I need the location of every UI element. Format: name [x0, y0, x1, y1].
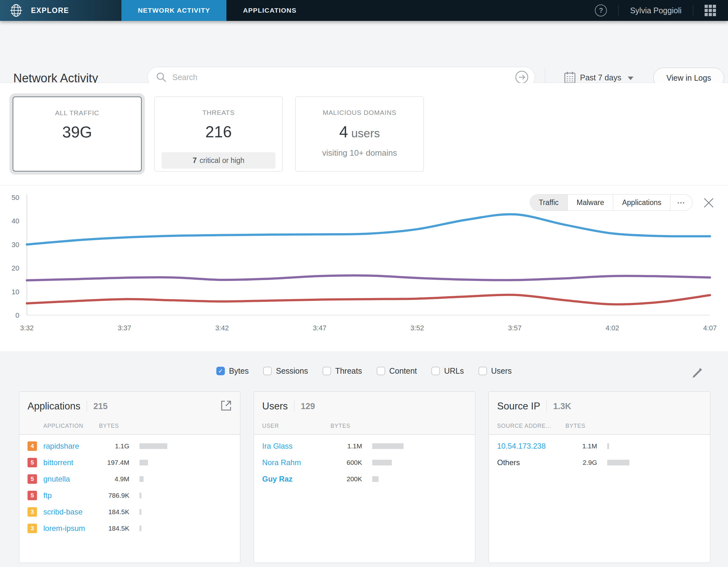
- bytes-value: 4.9M: [99, 475, 129, 483]
- bytes-value: 786.9K: [99, 492, 129, 499]
- breakdown-panels: Applications 215 APPLICATION BYTES 4rapi…: [19, 391, 710, 563]
- svg-text:40: 40: [12, 217, 19, 225]
- search-submit-icon[interactable]: [515, 71, 528, 84]
- checkbox-unchecked[interactable]: [478, 367, 487, 375]
- close-icon[interactable]: [703, 197, 714, 208]
- row-link[interactable]: gnutella: [43, 475, 94, 484]
- row-link[interactable]: scribd-base: [43, 508, 94, 516]
- toggle-applications[interactable]: Applications: [613, 194, 670, 210]
- row-label: Others: [497, 458, 560, 467]
- bytes-value: 184.5K: [99, 508, 129, 516]
- bytes-value: 184.5K: [99, 525, 129, 532]
- filter-checkbox-sessions[interactable]: Sessions: [263, 367, 308, 376]
- row-link[interactable]: 10.54.173.238: [497, 442, 560, 451]
- column-header: SOURCE ADDRE...: [497, 423, 560, 429]
- card-all-traffic[interactable]: ALL TRAFFIC 39G: [13, 96, 142, 171]
- bytes-value: 2.9G: [565, 459, 597, 466]
- chart-line-blue-line: [27, 214, 710, 244]
- toggle-malware[interactable]: Malware: [568, 194, 613, 210]
- svg-text:3:42: 3:42: [215, 324, 229, 332]
- card-subtext: visiting 10+ domains: [296, 148, 423, 158]
- svg-text:3:32: 3:32: [20, 324, 34, 332]
- table-row: 5gnutella4.9M: [28, 471, 232, 487]
- filter-label: Bytes: [229, 367, 249, 376]
- filter-label: Threats: [335, 367, 362, 376]
- svg-text:3:47: 3:47: [313, 324, 326, 332]
- card-label: MALICIOUS DOMAINS: [296, 109, 423, 116]
- panel-count: 215: [93, 402, 108, 411]
- bytes-value: 197.4M: [99, 459, 129, 466]
- filter-checkbox-bytes[interactable]: ✓Bytes: [216, 367, 249, 376]
- chart-mode-toggle: Traffic Malware Applications •••: [530, 194, 693, 211]
- filter-row: ✓BytesSessionsThreatsContentURLsUsers: [0, 351, 728, 376]
- bottom-section: ✓BytesSessionsThreatsContentURLsUsers Ap…: [0, 351, 728, 567]
- row-link[interactable]: ftp: [43, 491, 94, 500]
- chart-line-red-line: [27, 295, 710, 305]
- search-icon: [156, 72, 167, 83]
- svg-text:4:07: 4:07: [703, 324, 717, 332]
- export-icon[interactable]: [220, 400, 232, 411]
- explore-menu[interactable]: EXPLORE: [0, 0, 121, 21]
- row-link[interactable]: Nora Rahm: [262, 458, 325, 467]
- filter-checkbox-threats[interactable]: Threats: [323, 367, 362, 376]
- toggle-more-icon[interactable]: •••: [670, 194, 692, 210]
- table-row: 3scribd-base184.5K: [28, 504, 232, 520]
- filter-label: Content: [389, 367, 417, 376]
- table-body: 10.54.173.2381.1MOthers2.9G: [489, 435, 710, 474]
- card-malicious-domains[interactable]: MALICIOUS DOMAINS 4 users visiting 10+ d…: [295, 96, 424, 171]
- table-body: 4rapidshare1.1G5bittorrent197.4M5gnutell…: [19, 435, 240, 540]
- card-label: THREATS: [155, 109, 282, 116]
- nav-divider: [693, 5, 693, 16]
- svg-text:3:37: 3:37: [118, 324, 131, 332]
- row-link[interactable]: bittorrent: [43, 458, 94, 467]
- risk-badge: 5: [28, 491, 37, 500]
- apps-grid-icon[interactable]: [705, 5, 716, 16]
- table-row: 5bittorrent197.4M: [28, 454, 232, 471]
- column-header: BYTES: [330, 423, 362, 429]
- table-body: Ira Glass1.1MNora Rahm600KGuy Raz200K: [254, 435, 475, 490]
- filter-checkbox-urls[interactable]: URLs: [431, 367, 464, 376]
- explore-label: EXPLORE: [31, 6, 69, 15]
- chart-line-purple-line: [27, 275, 710, 280]
- bytes-bar: [139, 476, 144, 482]
- checkbox-unchecked[interactable]: [377, 367, 385, 375]
- column-header: APPLICATION: [43, 423, 94, 429]
- row-link[interactable]: rapidshare: [43, 442, 94, 451]
- filter-checkbox-users[interactable]: Users: [478, 367, 512, 376]
- bytes-bar: [372, 476, 379, 482]
- panel-applications: Applications 215 APPLICATION BYTES 4rapi…: [19, 391, 240, 563]
- top-nav: EXPLORE NETWORK ACTIVITY APPLICATIONS ? …: [0, 0, 728, 21]
- checkbox-unchecked[interactable]: [323, 367, 331, 375]
- panel-users: Users 129 USER BYTES Ira Glass1.1MNora R…: [254, 391, 475, 563]
- risk-badge: 4: [28, 441, 37, 451]
- date-range-label: Past 7 days: [580, 73, 621, 82]
- row-link[interactable]: Guy Raz: [262, 475, 325, 484]
- search-input[interactable]: [172, 73, 515, 82]
- filter-label: Sessions: [276, 367, 308, 376]
- row-link[interactable]: Ira Glass: [262, 442, 325, 451]
- help-icon[interactable]: ?: [595, 4, 607, 16]
- checkbox-unchecked[interactable]: [431, 367, 440, 375]
- bytes-bar: [607, 443, 609, 449]
- user-name[interactable]: Sylvia Poggioli: [630, 6, 682, 15]
- bytes-bar: [372, 443, 404, 449]
- date-range-selector[interactable]: Past 7 days: [564, 71, 633, 83]
- trend-chart-section: 010203040503:323:373:423:473:523:574:024…: [0, 185, 728, 351]
- pencil-icon[interactable]: [691, 368, 703, 379]
- bytes-bar: [139, 493, 141, 498]
- table-row: Nora Rahm600K: [262, 454, 467, 471]
- filter-checkbox-content[interactable]: Content: [377, 367, 417, 376]
- card-threats[interactable]: THREATS 216 7 critical or high: [154, 96, 283, 171]
- table-row: Guy Raz200K: [262, 471, 467, 487]
- tab-applications[interactable]: APPLICATIONS: [226, 0, 313, 21]
- toggle-traffic[interactable]: Traffic: [530, 194, 568, 210]
- table-row: 3lorem-ipsum184.5K: [28, 520, 232, 537]
- bytes-bar: [139, 526, 141, 531]
- svg-text:4:02: 4:02: [606, 324, 619, 332]
- row-link[interactable]: lorem-ipsum: [43, 524, 94, 533]
- tab-network-activity[interactable]: NETWORK ACTIVITY: [121, 0, 226, 21]
- checkbox-unchecked[interactable]: [263, 367, 272, 375]
- panel-title: Source IP: [497, 401, 540, 412]
- risk-badge: 3: [28, 507, 37, 517]
- checkbox-checked[interactable]: ✓: [216, 367, 225, 375]
